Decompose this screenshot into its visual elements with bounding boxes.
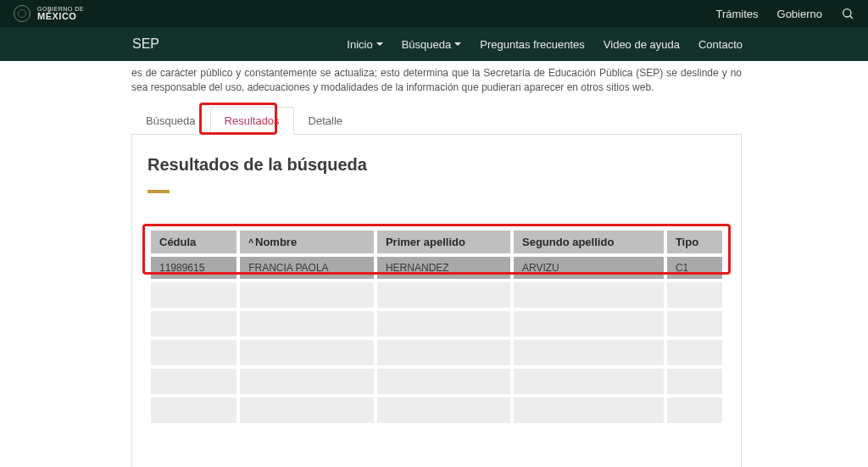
accent-bar: [147, 190, 170, 193]
svg-point-0: [843, 9, 851, 17]
search-icon[interactable]: [841, 7, 854, 20]
table-row[interactable]: 11989615 FRANCIA PAOLA HERNANDEZ ARVIZU …: [151, 257, 722, 279]
caret-down-icon: [454, 42, 461, 46]
table-header-row: Cédula ^Nombre Primer apellido Segundo a…: [151, 231, 722, 253]
cell-primer-apellido: HERNANDEZ: [377, 257, 510, 279]
results-table: Cédula ^Nombre Primer apellido Segundo a…: [147, 227, 726, 426]
col-tipo[interactable]: Tipo: [667, 231, 722, 253]
nav-busqueda[interactable]: Búsqueda: [402, 38, 462, 51]
table-row-empty: [151, 369, 722, 394]
intro-text: es de carácter público y constantemente …: [131, 61, 742, 106]
caret-down-icon: [376, 42, 383, 46]
tab-busqueda[interactable]: Búsqueda: [131, 107, 210, 135]
nav-inicio[interactable]: Inicio: [347, 38, 382, 51]
results-panel: Resultados de la búsqueda Cédula ^Nombre…: [131, 135, 742, 467]
table-row-empty: [151, 282, 722, 308]
gov-line2: MÉXICO: [37, 12, 84, 22]
gobierno-link[interactable]: Gobierno: [777, 8, 822, 20]
col-nombre[interactable]: ^Nombre: [240, 231, 374, 253]
cell-cedula: 11989615: [151, 257, 236, 279]
tramites-link[interactable]: Trámites: [715, 8, 758, 20]
col-primer-apellido[interactable]: Primer apellido: [377, 231, 510, 253]
table-row-empty: [151, 340, 722, 365]
tab-resultados[interactable]: Resultados: [210, 107, 294, 135]
col-cedula[interactable]: Cédula: [151, 231, 236, 253]
nav-video-ayuda[interactable]: Video de ayuda: [604, 38, 680, 51]
nav-contacto[interactable]: Contacto: [698, 38, 743, 51]
mexico-seal-icon: [14, 5, 31, 22]
cell-segundo-apellido: ARVIZU: [514, 257, 664, 279]
cell-nombre: FRANCIA PAOLA: [240, 257, 374, 279]
sep-navbar: SEP Inicio Búsqueda Preguntas frecuentes…: [0, 27, 868, 61]
nav-preguntas-frecuentes[interactable]: Preguntas frecuentes: [480, 38, 585, 51]
table-row-empty: [151, 398, 722, 423]
sort-asc-icon: ^: [248, 238, 253, 247]
cell-tipo: C1: [667, 257, 722, 279]
gov-topbar: GOBIERNO DE MÉXICO Trámites Gobierno: [0, 0, 868, 27]
sep-brand: SEP: [132, 36, 159, 52]
table-row-empty: [151, 311, 722, 336]
results-table-wrap: Cédula ^Nombre Primer apellido Segundo a…: [147, 227, 726, 426]
results-title: Resultados de la búsqueda: [147, 155, 726, 175]
tab-detalle[interactable]: Detalle: [294, 107, 357, 135]
col-segundo-apellido[interactable]: Segundo apellido: [514, 231, 664, 253]
tabs: Búsqueda Resultados Detalle: [131, 106, 742, 135]
gov-logo-block: GOBIERNO DE MÉXICO: [14, 5, 84, 22]
svg-line-1: [850, 16, 853, 19]
